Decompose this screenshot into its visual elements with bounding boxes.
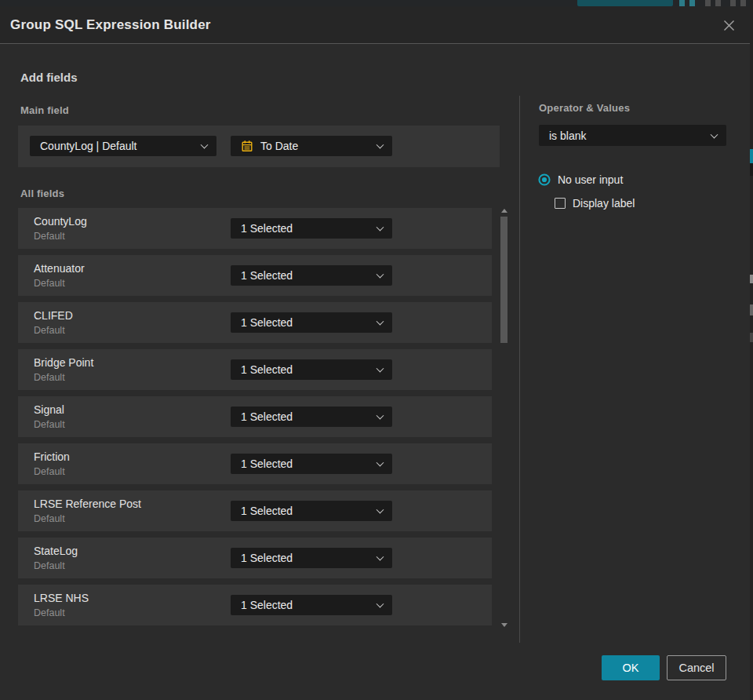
field-layer-name: Default xyxy=(34,278,65,289)
chevron-down-icon xyxy=(376,318,384,326)
no-user-input-radio[interactable] xyxy=(538,173,551,186)
display-label-checkbox[interactable] xyxy=(555,198,566,209)
field-row: Attenuator Default 1 Selected xyxy=(18,255,492,296)
main-field-select[interactable]: CountyLog | Default xyxy=(30,136,216,156)
chevron-down-icon xyxy=(376,141,384,149)
field-name: CLIFED xyxy=(34,309,73,322)
dialog-title: Group SQL Expression Builder xyxy=(0,17,211,33)
field-selection-value: 1 Selected xyxy=(241,552,293,564)
field-selection-select[interactable]: 1 Selected xyxy=(231,218,392,239)
calendar-icon xyxy=(241,140,253,152)
field-row: StateLog Default 1 Selected xyxy=(18,538,492,578)
field-selection-value: 1 Selected xyxy=(241,458,293,470)
field-name: StateLog xyxy=(34,545,78,557)
field-layer-name: Default xyxy=(34,325,65,336)
chevron-down-icon xyxy=(376,365,384,373)
operator-select[interactable]: is blank xyxy=(539,125,726,146)
chevron-down-icon xyxy=(376,600,384,608)
sliver-fragment xyxy=(750,275,753,283)
display-label-label: Display label xyxy=(573,197,635,210)
toolbar-fragment-icon xyxy=(705,0,711,6)
field-name: Friction xyxy=(34,450,70,463)
group-sql-expression-builder-dialog: Group SQL Expression Builder Add fields … xyxy=(0,6,750,700)
chevron-down-icon xyxy=(376,459,384,467)
main-field-label: Main field xyxy=(20,104,69,116)
field-row: Bridge Point Default 1 Selected xyxy=(18,349,492,390)
operator-select-value: is blank xyxy=(549,129,586,142)
field-row: Friction Default 1 Selected xyxy=(18,443,492,484)
scrollbar-up-arrow[interactable] xyxy=(501,209,507,213)
field-selection-select[interactable]: 1 Selected xyxy=(231,548,392,568)
chevron-down-icon xyxy=(376,224,384,232)
sliver-fragment xyxy=(750,163,753,176)
field-row: LRSE NHS Default 1 Selected xyxy=(18,585,492,625)
main-field-select-value: CountyLog | Default xyxy=(40,140,137,152)
field-selection-select[interactable]: 1 Selected xyxy=(231,595,392,615)
field-selection-select[interactable]: 1 Selected xyxy=(231,312,392,333)
field-selection-value: 1 Selected xyxy=(241,410,293,423)
sliver-fragment xyxy=(750,304,753,315)
field-selection-value: 1 Selected xyxy=(241,316,293,329)
date-type-select[interactable]: To Date xyxy=(231,136,392,156)
field-selection-value: 1 Selected xyxy=(241,505,293,517)
field-selection-value: 1 Selected xyxy=(241,363,293,376)
sliver-fragment xyxy=(750,333,753,342)
field-layer-name: Default xyxy=(34,231,65,242)
field-layer-name: Default xyxy=(34,513,65,524)
ok-button[interactable]: OK xyxy=(602,655,660,680)
chevron-down-icon xyxy=(376,412,384,420)
field-name: Signal xyxy=(34,403,64,416)
background-app-right-sliver xyxy=(750,0,753,700)
scrollbar-thumb[interactable] xyxy=(500,217,507,343)
main-field-band: CountyLog | Default To Date xyxy=(18,126,500,167)
field-selection-value: 1 Selected xyxy=(241,599,293,611)
field-row: Signal Default 1 Selected xyxy=(18,396,492,437)
field-selection-select[interactable]: 1 Selected xyxy=(231,501,392,521)
chevron-down-icon xyxy=(376,271,384,279)
field-selection-select[interactable]: 1 Selected xyxy=(231,265,392,286)
toolbar-fragment-icon xyxy=(689,0,695,6)
all-fields-label: All fields xyxy=(20,188,64,199)
field-name: LRSE Reference Post xyxy=(34,498,141,510)
operator-values-label: Operator & Values xyxy=(539,102,630,114)
field-layer-name: Default xyxy=(34,560,65,571)
chevron-down-icon xyxy=(376,506,384,514)
sliver-fragment xyxy=(750,149,753,163)
field-selection-select[interactable]: 1 Selected xyxy=(231,359,392,380)
field-selection-select[interactable]: 1 Selected xyxy=(231,454,392,474)
toolbar-fragment-icon xyxy=(730,0,736,6)
field-selection-value: 1 Selected xyxy=(241,269,293,282)
toolbar-fragment-icon xyxy=(740,0,746,6)
field-layer-name: Default xyxy=(34,607,65,618)
field-name: LRSE NHS xyxy=(34,592,89,604)
live-view-button: Live view xyxy=(577,0,673,6)
date-type-select-value: To Date xyxy=(260,140,298,152)
scrollbar-down-arrow[interactable] xyxy=(501,623,507,627)
field-selection-select[interactable]: 1 Selected xyxy=(231,407,392,427)
chevron-down-icon xyxy=(376,553,384,561)
toolbar-fragment-icon xyxy=(715,0,721,6)
field-name: Bridge Point xyxy=(34,356,93,369)
dialog-header: Group SQL Expression Builder xyxy=(0,6,750,44)
field-row: LRSE Reference Post Default 1 Selected xyxy=(18,490,492,531)
panel-divider xyxy=(519,96,520,643)
field-row: CLIFED Default 1 Selected xyxy=(18,302,492,343)
field-name: Attenuator xyxy=(34,262,85,275)
live-view-label: Live view xyxy=(598,0,636,2)
background-app-strip: Live view xyxy=(0,0,753,6)
chevron-down-icon xyxy=(201,141,209,149)
all-fields-list: CountyLog Default 1 Selected Attenuator … xyxy=(18,208,492,632)
chevron-down-icon xyxy=(711,130,718,138)
no-user-input-label: No user input xyxy=(558,173,623,186)
field-layer-name: Default xyxy=(34,419,65,430)
field-name: CountyLog xyxy=(34,215,87,228)
field-row: CountyLog Default 1 Selected xyxy=(18,208,492,249)
add-fields-heading: Add fields xyxy=(20,71,78,84)
field-layer-name: Default xyxy=(34,466,65,477)
cancel-button[interactable]: Cancel xyxy=(667,655,726,680)
field-layer-name: Default xyxy=(34,372,65,383)
close-icon[interactable] xyxy=(718,15,739,35)
toolbar-fragment-icon xyxy=(679,0,685,6)
field-selection-value: 1 Selected xyxy=(241,222,293,235)
